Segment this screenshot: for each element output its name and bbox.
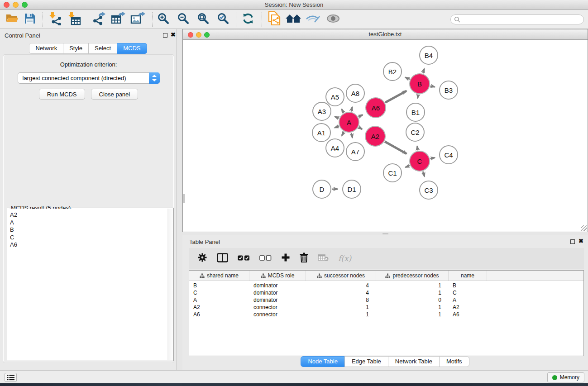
- delete-column-trash-icon[interactable]: [300, 253, 308, 264]
- edge-B-B2[interactable]: [405, 77, 410, 79]
- table-row[interactable]: Adominator80A: [189, 296, 583, 304]
- table-cell[interactable]: A6: [189, 311, 249, 318]
- edge-A6-B[interactable]: [385, 91, 406, 103]
- graph-node-C[interactable]: C: [409, 151, 430, 172]
- edge-A-A8[interactable]: [351, 107, 352, 111]
- edge-C-C4[interactable]: [430, 158, 435, 159]
- result-item[interactable]: A6: [10, 241, 173, 249]
- tab-select[interactable]: Select: [88, 43, 117, 54]
- deselect-all-icon[interactable]: [259, 254, 272, 262]
- graph-node-B3[interactable]: B3: [439, 81, 458, 100]
- add-column-icon[interactable]: [281, 253, 290, 264]
- graph-node-A4[interactable]: A4: [325, 138, 344, 157]
- search-input[interactable]: [450, 14, 584, 24]
- table-close-panel-icon[interactable]: ✖: [578, 238, 583, 245]
- graph-node-C3[interactable]: C3: [419, 181, 438, 200]
- task-history-button[interactable]: [5, 373, 17, 382]
- graph-node-B4[interactable]: B4: [419, 46, 438, 65]
- tab-motifs[interactable]: Motifs: [439, 356, 469, 367]
- graph-node-A1[interactable]: A1: [312, 123, 331, 142]
- show-all-eye-icon[interactable]: [326, 14, 340, 25]
- table-cell[interactable]: 1: [376, 311, 449, 318]
- edge-A-A4[interactable]: [342, 132, 344, 136]
- table-cell[interactable]: dominator: [249, 282, 306, 289]
- graph-node-C4[interactable]: C4: [439, 145, 458, 164]
- window-edge-handle[interactable]: [183, 194, 185, 203]
- table-float-panel-icon[interactable]: [570, 239, 575, 244]
- network-zoom-button[interactable]: [204, 32, 210, 38]
- import-table-icon[interactable]: [67, 12, 81, 27]
- save-session-icon[interactable]: [24, 13, 36, 26]
- graph-node-A2[interactable]: A2: [365, 126, 386, 147]
- hide-selected-eye-icon[interactable]: [306, 13, 320, 26]
- column-header-successor-nodes[interactable]: successor nodes: [306, 271, 376, 281]
- table-cell[interactable]: 1: [306, 311, 376, 318]
- edge-A-A7[interactable]: [351, 133, 352, 138]
- table-cell[interactable]: A2: [449, 304, 487, 311]
- criterion-dropdown[interactable]: largest connected component (directed): [18, 72, 160, 84]
- edge-C-C1[interactable]: [405, 166, 410, 167]
- column-header-name[interactable]: name: [449, 271, 487, 281]
- graph-node-C2[interactable]: C2: [406, 123, 425, 142]
- table-cell[interactable]: 4: [306, 289, 376, 296]
- table-row[interactable]: Cdominator41C: [189, 289, 583, 296]
- close-panel-button[interactable]: Close panel: [91, 89, 139, 100]
- table-cell[interactable]: 1: [376, 282, 449, 289]
- graph-node-D[interactable]: D: [312, 180, 331, 199]
- edge-A-A1[interactable]: [335, 126, 339, 128]
- show-column-icon[interactable]: [217, 253, 228, 264]
- close-panel-icon[interactable]: ✖: [171, 31, 176, 38]
- table-cell[interactable]: 1: [376, 304, 449, 311]
- table-cell[interactable]: 4: [306, 282, 376, 289]
- column-header-MCDS-role[interactable]: MCDS role: [249, 271, 306, 281]
- table-cell[interactable]: A2: [189, 304, 249, 311]
- zoom-in-icon[interactable]: [157, 12, 170, 27]
- table-cell[interactable]: 8: [306, 296, 376, 304]
- edge-A2-C[interactable]: [385, 142, 406, 154]
- table-cell[interactable]: A: [189, 296, 249, 304]
- table-cell[interactable]: C: [449, 289, 487, 296]
- graph-node-A3[interactable]: A3: [312, 102, 331, 121]
- import-network-icon[interactable]: [48, 12, 62, 27]
- edge-C-C3[interactable]: [423, 172, 425, 177]
- result-item[interactable]: C: [10, 234, 173, 242]
- tab-network[interactable]: Network: [29, 43, 63, 54]
- table-row[interactable]: Bdominator41B: [189, 282, 583, 289]
- refresh-icon[interactable]: [242, 12, 254, 26]
- table-settings-gear-icon[interactable]: [197, 253, 207, 264]
- table-row[interactable]: A2connector11A2: [189, 304, 583, 311]
- edge-B-B4[interactable]: [423, 69, 424, 74]
- result-item[interactable]: B: [10, 226, 173, 234]
- dropdown-stepper-icon[interactable]: [149, 72, 160, 84]
- first-neighbors-homes-icon[interactable]: [285, 13, 301, 26]
- open-session-icon[interactable]: [5, 13, 19, 26]
- minimize-window-button[interactable]: [13, 2, 19, 8]
- edge-A-A3[interactable]: [335, 117, 339, 119]
- result-item[interactable]: A2: [10, 211, 173, 219]
- edge-B-B1[interactable]: [417, 95, 418, 99]
- export-image-icon[interactable]: [130, 12, 145, 27]
- network-minimize-button[interactable]: [196, 32, 201, 38]
- graph-node-D1[interactable]: D1: [342, 180, 361, 199]
- graph-node-A6[interactable]: A6: [365, 97, 386, 118]
- edge-A-A5[interactable]: [342, 109, 344, 113]
- column-header-predecessor-nodes[interactable]: predecessor nodes: [376, 271, 449, 281]
- graph-node-B[interactable]: B: [409, 73, 430, 94]
- table-cell[interactable]: A: [449, 296, 487, 304]
- table-cell[interactable]: B: [189, 282, 249, 289]
- result-item[interactable]: A: [10, 219, 173, 227]
- table-cell[interactable]: B: [449, 282, 487, 289]
- network-window-titlebar[interactable]: testGlobe.txt: [183, 29, 588, 40]
- edge-A-A2[interactable]: [359, 127, 362, 129]
- zoom-out-icon[interactable]: [177, 12, 190, 27]
- graph-node-A8[interactable]: A8: [346, 84, 365, 103]
- table-cell[interactable]: A6: [449, 311, 487, 318]
- edge-C-C2[interactable]: [417, 146, 418, 151]
- graph-node-B1[interactable]: B1: [406, 103, 425, 122]
- select-all-icon[interactable]: [238, 254, 250, 262]
- tab-node-table[interactable]: Node Table: [301, 356, 345, 367]
- graph-node-A[interactable]: A: [339, 112, 359, 133]
- run-mcds-button[interactable]: Run MCDS: [39, 89, 85, 100]
- table-row[interactable]: A6connector11A6: [189, 311, 583, 318]
- tab-network-table[interactable]: Network Table: [388, 356, 440, 367]
